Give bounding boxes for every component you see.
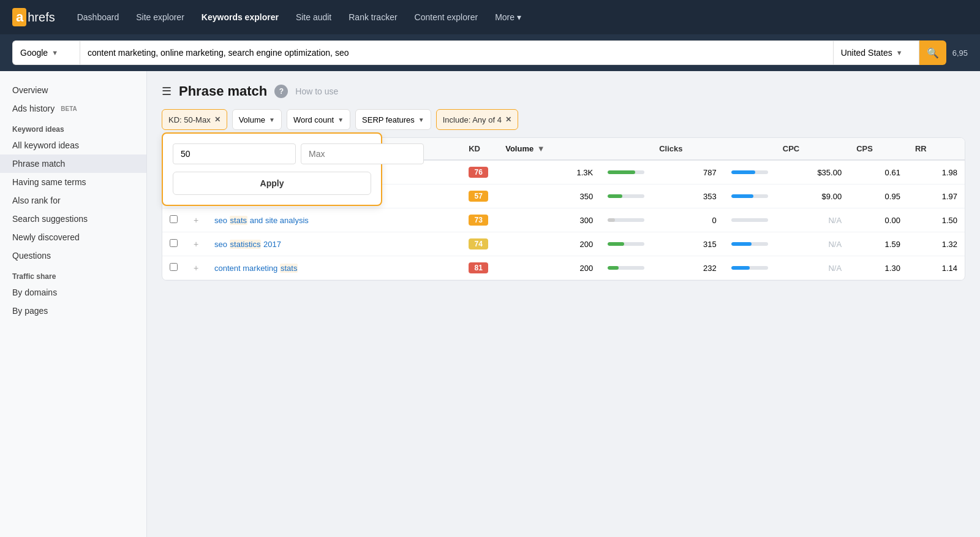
sidebar-item-having-same-terms[interactable]: Having same terms — [0, 173, 146, 191]
row-clicks-cell: 315 — [652, 232, 724, 256]
row-clicks-cell: 787 — [652, 160, 724, 185]
sidebar-item-ads-history[interactable]: Ads history BETA — [0, 99, 146, 118]
how-to-use-link[interactable]: How to use — [295, 86, 338, 96]
sidebar-item-phrase-match[interactable]: Phrase match — [0, 154, 146, 173]
row-cps-cell: 1.59 — [849, 232, 908, 256]
th-rr[interactable]: RR — [908, 138, 965, 160]
apply-button[interactable]: Apply — [173, 172, 371, 195]
row-clicks-bar-cell — [724, 232, 775, 256]
row-add-cell[interactable]: + — [185, 232, 207, 256]
row-add-cell[interactable]: + — [185, 256, 207, 280]
nav-content-explorer[interactable]: Content explorer — [407, 7, 486, 27]
sidebar-item-overview[interactable]: Overview — [0, 81, 146, 99]
nav-more[interactable]: More ▾ — [488, 7, 529, 27]
page-title: Phrase match — [179, 83, 267, 99]
row-clicks-cell: 353 — [652, 185, 724, 208]
row-clicks-bar-cell — [724, 160, 775, 185]
row-checkbox[interactable] — [170, 215, 178, 223]
serp-filter-label: SERP features — [362, 115, 415, 124]
row-clicks-cell: 232 — [652, 256, 724, 280]
table-row: +seo statistics 201774200315N/A1.591.32 — [162, 232, 965, 256]
row-volume-bar-cell — [600, 185, 652, 208]
row-checkbox[interactable] — [170, 239, 178, 247]
sidebar-item-by-pages[interactable]: By pages — [0, 302, 146, 320]
logo[interactable]: a hrefs — [12, 8, 55, 26]
page-header: ☰ Phrase match ? How to use — [162, 83, 965, 99]
hamburger-icon[interactable]: ☰ — [162, 85, 172, 98]
row-kd-cell: 57 — [461, 185, 498, 208]
keyword-highlight: stats — [230, 216, 247, 225]
kd-close-button[interactable]: ✕ — [214, 115, 221, 124]
search-button[interactable]: 🔍 — [919, 40, 946, 65]
sidebar-item-search-suggestions[interactable]: Search suggestions — [0, 210, 146, 228]
add-icon[interactable]: + — [194, 263, 198, 273]
row-kd-cell: 73 — [461, 208, 498, 232]
row-cpc-cell: $35.00 — [775, 160, 849, 185]
th-kd[interactable]: KD — [461, 138, 498, 160]
row-clicks-bar-cell — [724, 185, 775, 208]
kd-max-input[interactable] — [301, 143, 424, 164]
help-icon[interactable]: ? — [274, 85, 288, 98]
sidebar-item-newly-discovered[interactable]: Newly discovered — [0, 228, 146, 246]
add-icon[interactable]: + — [194, 239, 198, 249]
nav-site-explorer[interactable]: Site explorer — [129, 7, 192, 27]
word-count-arrow-icon: ▼ — [337, 116, 344, 123]
row-rr-cell: 1.14 — [908, 256, 965, 280]
add-icon[interactable]: + — [194, 215, 198, 225]
kd-inputs — [173, 143, 371, 164]
row-keyword-cell: seo statistics 2017 — [207, 232, 461, 256]
kd-badge: 81 — [469, 262, 488, 273]
include-filter-chip[interactable]: Include: Any of 4 ✕ — [436, 109, 518, 130]
kd-filter-chip[interactable]: KD: 50-Max ✕ — [162, 109, 227, 130]
row-checkbox-cell — [162, 208, 185, 232]
volume-bar-track — [608, 266, 644, 270]
row-rr-cell: 1.50 — [908, 208, 965, 232]
sidebar: Overview Ads history BETA Keyword ideas … — [0, 71, 147, 537]
serp-filter-chip[interactable]: SERP features ▼ — [355, 109, 431, 130]
country-select[interactable]: United States ▼ — [834, 40, 919, 65]
nav-site-audit[interactable]: Site audit — [288, 7, 339, 27]
kd-badge: 73 — [469, 215, 488, 226]
cpc-na: N/A — [828, 240, 842, 249]
volume-filter-chip[interactable]: Volume ▼ — [232, 109, 282, 130]
sidebar-item-all-keyword-ideas[interactable]: All keyword ideas — [0, 136, 146, 154]
sidebar-item-also-rank-for[interactable]: Also rank for — [0, 191, 146, 210]
th-clicks[interactable]: Clicks — [652, 138, 724, 160]
keyword-link[interactable]: seo statistics 2017 — [214, 240, 281, 249]
nav-dashboard[interactable]: Dashboard — [70, 7, 127, 27]
th-cps[interactable]: CPS — [849, 138, 908, 160]
clicks-bar-track — [731, 218, 768, 222]
row-clicks-bar-cell — [724, 256, 775, 280]
include-filter-label: Include: Any of 4 — [443, 115, 502, 124]
keyword-link[interactable]: content marketing stats — [214, 264, 298, 273]
clicks-bar-track — [731, 194, 768, 198]
word-count-filter-chip[interactable]: Word count ▼ — [287, 109, 350, 130]
row-rr-cell: 1.98 — [908, 160, 965, 185]
row-checkbox-cell — [162, 256, 185, 280]
row-volume-cell: 1.3K — [498, 160, 600, 185]
row-cps-cell: 0.61 — [849, 160, 908, 185]
th-cpc[interactable]: CPC — [775, 138, 849, 160]
nav-rank-tracker[interactable]: Rank tracker — [341, 7, 404, 27]
keyword-link[interactable]: seo stats and site analysis — [214, 216, 309, 225]
row-cps-cell: 0.95 — [849, 185, 908, 208]
row-rr-cell: 1.32 — [908, 232, 965, 256]
th-volume[interactable]: Volume ▼ — [498, 138, 600, 160]
row-add-cell[interactable]: + — [185, 208, 207, 232]
volume-sort-icon: ▼ — [537, 144, 545, 153]
search-input[interactable] — [80, 41, 833, 64]
clicks-bar-fill — [731, 242, 752, 246]
serp-arrow-icon: ▼ — [418, 116, 424, 123]
include-close-button[interactable]: ✕ — [505, 115, 511, 124]
nav-keywords-explorer[interactable]: Keywords explorer — [194, 7, 286, 27]
sidebar-item-by-domains[interactable]: By domains — [0, 283, 146, 302]
kd-min-input[interactable] — [173, 143, 296, 164]
row-kd-cell: 81 — [461, 256, 498, 280]
table-row: +content marketing stats81200232N/A1.301… — [162, 256, 965, 280]
row-checkbox[interactable] — [170, 263, 178, 271]
sidebar-item-questions[interactable]: Questions — [0, 246, 146, 265]
row-kd-cell: 76 — [461, 160, 498, 185]
engine-select[interactable]: Google ▼ — [12, 40, 80, 65]
clicks-bar-track — [731, 242, 768, 246]
keyword-ideas-label: Keyword ideas — [0, 118, 146, 136]
